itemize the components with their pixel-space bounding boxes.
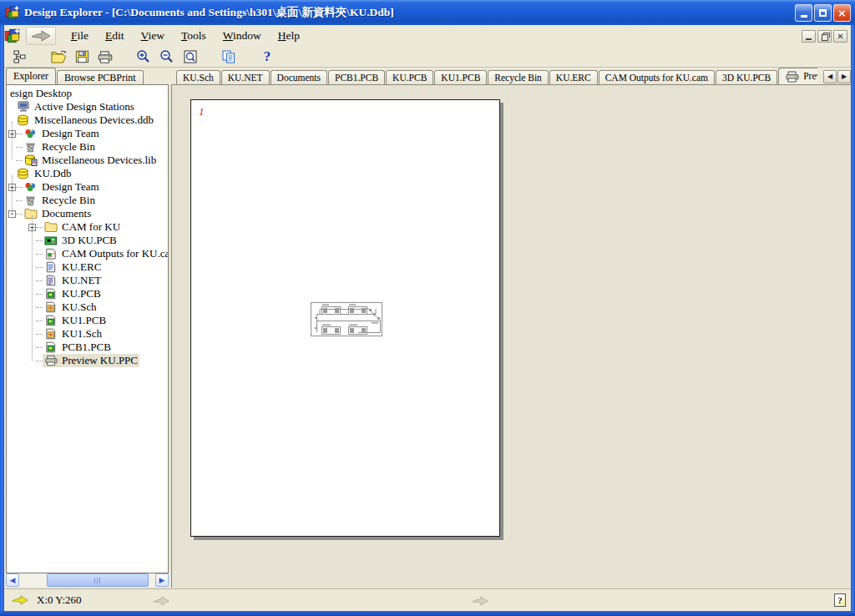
pcb-doc-icon [44, 315, 58, 326]
tree-item-label: Recycle Bin [40, 194, 97, 207]
copy-button[interactable] [218, 48, 240, 66]
zoom-out-button[interactable] [156, 48, 178, 66]
pcb-print-preview [308, 297, 385, 341]
document-tab-recycle-bin[interactable]: Recycle Bin [488, 70, 549, 84]
scroll-left-arrow[interactable]: ◀ [6, 573, 19, 587]
panel-tab-browse-pcbprint[interactable]: Browse PCBPrint [57, 70, 144, 84]
document-tab-label: CAM Outputs for KU.cam [605, 73, 708, 83]
minimize-icon [806, 38, 812, 40]
panel-tab-explorer[interactable]: Explorer [6, 68, 56, 84]
document-tab-ku-net[interactable]: KU.NET [221, 70, 270, 84]
document-tab-cam-outputs-for-ku-cam[interactable]: CAM Outputs for KU.cam [599, 70, 715, 84]
mdi-restore-button[interactable] [817, 30, 832, 43]
cursor-coordinates: X:0 Y:260 [37, 593, 82, 607]
tree-item-label: KU1.PCB [60, 314, 108, 327]
mdi-minimize-button[interactable] [802, 30, 816, 43]
menu-hide-button[interactable] [26, 27, 56, 45]
tree-connector [36, 280, 43, 281]
tree-item-esign-desktop[interactable]: esign Desktop [8, 87, 168, 100]
database-icon [17, 114, 31, 126]
document-tab-pcb1-pcb[interactable]: PCB1.PCB [328, 70, 385, 84]
sch-doc-icon [44, 328, 58, 340]
tree-connector [36, 254, 43, 255]
document-tab-label: KU.ERC [556, 73, 591, 83]
document-tab-ku-sch[interactable]: KU.Sch [176, 70, 220, 84]
tree-connector [36, 307, 43, 308]
menu-tools[interactable]: Tools [173, 28, 215, 44]
tree-item-design-team[interactable]: +Design Team [8, 180, 168, 194]
maximize-button[interactable] [814, 4, 832, 22]
menu-window[interactable]: Window [215, 28, 270, 44]
tree-item-miscellaneous-devices-lib[interactable]: Miscellaneous Devices.lib [8, 154, 168, 167]
tab-scroll-right-button[interactable]: ▶ [837, 70, 851, 83]
document-tab-label: KU.PCB [392, 73, 427, 83]
tree-horizontal-scrollbar[interactable]: ◀ ▶ [6, 573, 169, 587]
close-button[interactable]: × [833, 4, 851, 22]
tree-item-label: Design Team [40, 180, 101, 194]
tree-item-label: KU.PCB [60, 287, 103, 300]
tree-item-recycle-bin[interactable]: Recycle Bin [8, 140, 168, 154]
tab-scroll-left-button[interactable]: ◀ [823, 70, 837, 83]
database-icon [17, 168, 31, 179]
printer-icon [785, 71, 800, 82]
minimize-button[interactable] [795, 4, 812, 22]
menu-help[interactable]: Help [270, 28, 308, 44]
tree-item-miscellaneous-devices-ddb[interactable]: Miscellaneous Devices.ddb [8, 114, 168, 127]
print-preview-client[interactable]: 1 [171, 84, 851, 588]
design-team-icon [24, 181, 38, 193]
tree-item-recycle-bin[interactable]: Recycle Bin [8, 194, 168, 207]
minimize-icon [801, 15, 807, 18]
open-icon [50, 49, 68, 64]
tree-item-label: Documents [40, 207, 93, 220]
menu-file[interactable]: File [63, 28, 97, 44]
document-tab-preview-ku-ppc[interactable]: Preview KU.PPC [778, 68, 817, 84]
help-button[interactable]: ? [256, 48, 278, 66]
mdi-close-button[interactable]: ✕ [833, 30, 847, 43]
tree-item-design-team[interactable]: +Design Team [8, 127, 168, 140]
tree-item-label: esign Desktop [8, 87, 73, 100]
document-tab-3d-ku-pcb[interactable]: 3D KU.PCB [716, 70, 777, 84]
tree-view-icon [12, 49, 28, 64]
pcb-doc-icon [44, 288, 58, 300]
document-area: KU.SchKU.NETDocumentsPCB1.PCBKU.PCBKU1.P… [171, 68, 851, 588]
pcb3d-icon [44, 235, 58, 246]
window-border-bottom [0, 611, 855, 616]
document-tab-documents[interactable]: Documents [271, 70, 327, 84]
scrollbar-thumb[interactable] [47, 573, 149, 587]
tree-connector [36, 267, 43, 268]
recycle-bin-icon [24, 194, 38, 206]
print-button[interactable] [94, 48, 116, 66]
design-stations-icon [17, 101, 31, 113]
save-button[interactable] [71, 48, 93, 66]
menu-edit[interactable]: Edit [97, 28, 133, 44]
tree-item-label: Miscellaneous Devices.lib [40, 154, 158, 167]
zoom-in-button[interactable] [133, 48, 154, 66]
copy-icon [220, 49, 237, 64]
tree-connector [16, 214, 23, 215]
yellow-arrow-icon [12, 595, 28, 605]
document-tab-label: PCB1.PCB [335, 73, 378, 83]
document-tab-label: Documents [277, 73, 321, 83]
tree-item-active-design-stations[interactable]: Active Design Stations [8, 100, 168, 114]
menu-view[interactable]: View [133, 28, 173, 44]
scroll-right-arrow[interactable]: ▶ [155, 573, 169, 587]
document-tab-ku-erc[interactable]: KU.ERC [549, 70, 598, 84]
open-button[interactable] [48, 48, 69, 66]
tree-connector [36, 334, 43, 335]
cam-icon [44, 248, 58, 260]
document-tab-label: 3D KU.PCB [722, 73, 771, 83]
tree-connector [16, 160, 23, 161]
zoom-document-button[interactable] [180, 48, 201, 66]
tree-item-ku-ddb[interactable]: KU.Ddb [8, 167, 168, 180]
document-tab-ku1-pcb[interactable]: KU1.PCB [434, 70, 487, 84]
document-tab-label: KU1.PCB [441, 73, 480, 83]
document-tab-ku-pcb[interactable]: KU.PCB [386, 70, 433, 84]
protel-app-icon[interactable] [4, 28, 21, 44]
tree-item-label: Design Team [40, 127, 101, 140]
document-tab-label: KU.Sch [183, 73, 214, 83]
preview-page[interactable]: 1 [190, 99, 500, 537]
close-icon: ✕ [837, 32, 843, 41]
tree-view-button[interactable] [9, 48, 31, 66]
zoom-document-icon [182, 49, 199, 64]
help-button[interactable]: ? [834, 593, 846, 607]
